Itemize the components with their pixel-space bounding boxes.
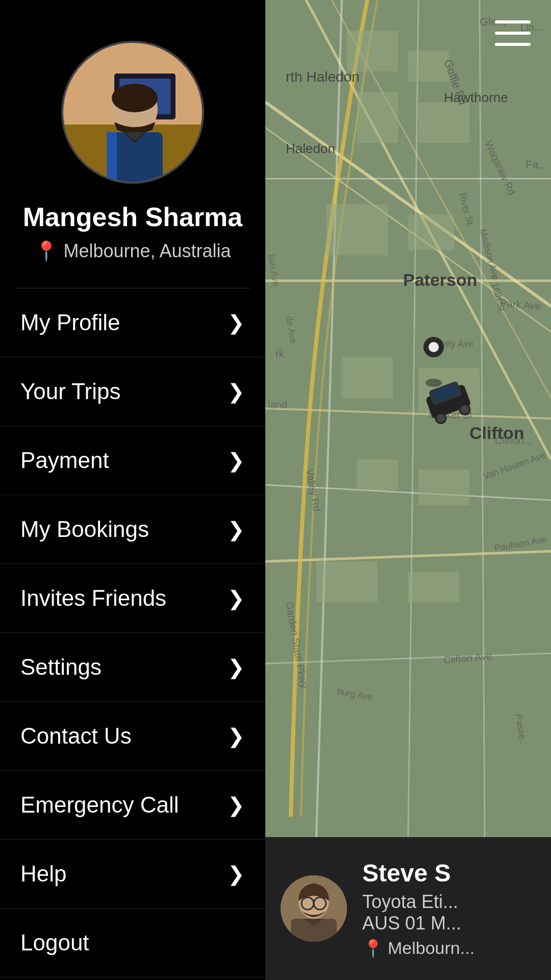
menu-item-chevron-invites-friends: ❯ — [228, 586, 245, 610]
svg-point-6 — [112, 84, 158, 112]
menu-item-settings[interactable]: Settings❯ — [0, 633, 265, 702]
menu-item-logout[interactable]: Logout — [0, 909, 265, 977]
profile-section: Mangesh Sharma 📍 Melbourne, Australia — [0, 0, 265, 288]
menu-item-chevron-emergency-call: ❯ — [228, 793, 245, 817]
menu-item-chevron-your-trips: ❯ — [228, 380, 245, 403]
menu-item-label-emergency-call: Emergency Call — [20, 792, 179, 818]
menu-item-contact-us[interactable]: Contact Us❯ — [0, 702, 265, 771]
hamburger-line-1 — [495, 20, 531, 23]
driver-location-pin-icon: 📍 — [362, 938, 384, 959]
driver-location: 📍 Melbourn... — [362, 938, 536, 959]
driver-avatar — [281, 875, 347, 942]
sidebar: Mangesh Sharma 📍 Melbourne, Australia My… — [0, 0, 265, 980]
svg-rect-32 — [357, 459, 398, 490]
menu-item-label-invites-friends: Invites Friends — [20, 585, 166, 611]
menu-item-chevron-payment: ❯ — [228, 449, 245, 472]
driver-info: Steve S Toyota Eti... AUS 01 M... 📍 Melb… — [362, 859, 536, 959]
svg-text:land: land — [268, 399, 287, 410]
menu-item-label-my-profile: My Profile — [20, 310, 120, 335]
menu-item-label-help: Help — [20, 861, 67, 887]
svg-rect-8 — [107, 132, 117, 184]
menu-item-chevron-my-profile: ❯ — [228, 311, 245, 334]
svg-text:Clifton...: Clifton... — [495, 435, 532, 446]
svg-rect-25 — [408, 51, 449, 82]
svg-point-57 — [425, 379, 442, 387]
driver-name: Steve S — [362, 859, 536, 887]
profile-location: 📍 Melbourne, Australia — [34, 240, 231, 262]
app-container: Mangesh Sharma 📍 Melbourne, Australia My… — [0, 0, 551, 980]
menu-item-your-trips[interactable]: Your Trips❯ — [0, 357, 265, 426]
svg-text:rth Haledon: rth Haledon — [286, 69, 360, 85]
hamburger-menu-button[interactable] — [495, 20, 531, 46]
avatar — [61, 41, 204, 184]
svg-rect-33 — [418, 470, 469, 505]
menu-item-label-your-trips: Your Trips — [20, 379, 120, 404]
svg-point-56 — [429, 342, 439, 352]
driver-car: Toyota Eti... — [362, 891, 536, 913]
menu-item-label-payment: Payment — [20, 448, 109, 473]
svg-text:Fa...: Fa... — [525, 158, 548, 171]
menu-item-chevron-contact-us: ❯ — [228, 724, 245, 748]
map-area: rth Haledon Hawthorne Haledon Paterson C… — [265, 0, 551, 980]
menu-item-my-bookings[interactable]: My Bookings❯ — [0, 495, 265, 564]
profile-name: Mangesh Sharma — [23, 202, 243, 232]
map-view: rth Haledon Hawthorne Haledon Paterson C… — [265, 0, 551, 837]
svg-rect-35 — [408, 572, 459, 602]
menu-item-chevron-my-bookings: ❯ — [228, 518, 245, 541]
menu-item-payment[interactable]: Payment❯ — [0, 426, 265, 495]
svg-text:Haledon: Haledon — [286, 141, 335, 156]
hamburger-line-2 — [495, 32, 531, 35]
menu-item-label-logout: Logout — [20, 930, 89, 955]
menu-item-chevron-help: ❯ — [228, 862, 245, 886]
driver-card: Steve S Toyota Eti... AUS 01 M... 📍 Melb… — [265, 837, 551, 980]
svg-rect-29 — [408, 214, 454, 250]
menu-item-my-profile[interactable]: My Profile❯ — [0, 288, 265, 357]
menu-item-label-settings: Settings — [20, 654, 102, 680]
menu-list: My Profile❯Your Trips❯Payment❯My Booking… — [0, 288, 265, 980]
menu-item-label-contact-us: Contact Us — [20, 723, 132, 749]
hamburger-line-3 — [495, 43, 531, 46]
menu-item-label-my-bookings: My Bookings — [20, 517, 149, 542]
svg-rect-30 — [342, 357, 393, 398]
svg-rect-24 — [347, 31, 398, 71]
svg-rect-26 — [357, 92, 398, 143]
svg-rect-27 — [418, 102, 469, 143]
driver-plate: AUS 01 M... — [362, 913, 536, 934]
svg-text:rk: rk — [276, 348, 285, 359]
menu-item-emergency-call[interactable]: Emergency Call❯ — [0, 771, 265, 840]
location-pin-icon: 📍 — [34, 240, 58, 262]
svg-text:Paterson: Paterson — [403, 270, 478, 289]
menu-item-help[interactable]: Help❯ — [0, 840, 265, 909]
svg-rect-28 — [327, 204, 388, 255]
svg-rect-34 — [316, 561, 378, 602]
menu-item-invites-friends[interactable]: Invites Friends❯ — [0, 564, 265, 633]
menu-item-chevron-settings: ❯ — [228, 655, 245, 679]
